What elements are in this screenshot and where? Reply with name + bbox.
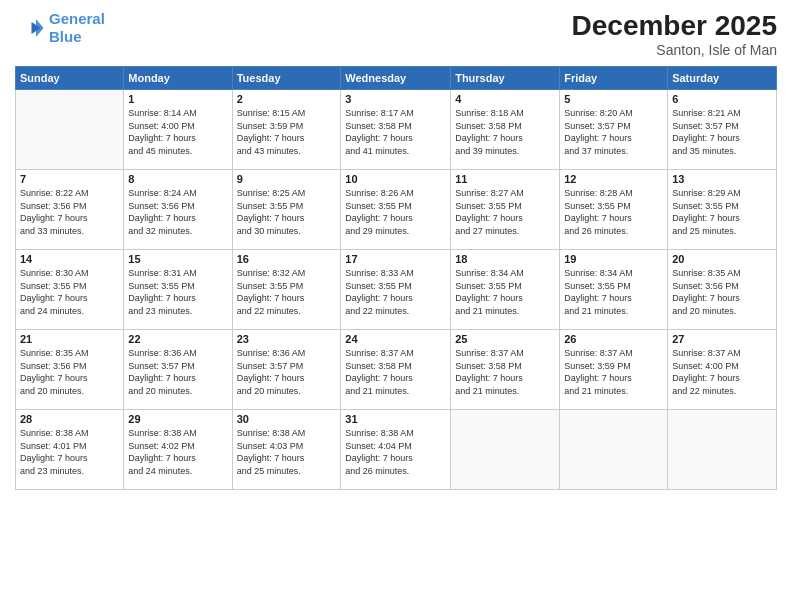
cell-info: Sunrise: 8:32 AM Sunset: 3:55 PM Dayligh… <box>237 267 337 317</box>
cell-info: Sunrise: 8:20 AM Sunset: 3:57 PM Dayligh… <box>564 107 663 157</box>
col-wednesday: Wednesday <box>341 67 451 90</box>
day-number: 28 <box>20 413 119 425</box>
cell-info: Sunrise: 8:38 AM Sunset: 4:03 PM Dayligh… <box>237 427 337 477</box>
day-number: 2 <box>237 93 337 105</box>
calendar-cell: 10Sunrise: 8:26 AM Sunset: 3:55 PM Dayli… <box>341 170 451 250</box>
cell-info: Sunrise: 8:38 AM Sunset: 4:01 PM Dayligh… <box>20 427 119 477</box>
col-thursday: Thursday <box>451 67 560 90</box>
calendar-cell: 11Sunrise: 8:27 AM Sunset: 3:55 PM Dayli… <box>451 170 560 250</box>
col-tuesday: Tuesday <box>232 67 341 90</box>
calendar-cell: 28Sunrise: 8:38 AM Sunset: 4:01 PM Dayli… <box>16 410 124 490</box>
cell-info: Sunrise: 8:37 AM Sunset: 3:59 PM Dayligh… <box>564 347 663 397</box>
cell-info: Sunrise: 8:27 AM Sunset: 3:55 PM Dayligh… <box>455 187 555 237</box>
week-row-3: 14Sunrise: 8:30 AM Sunset: 3:55 PM Dayli… <box>16 250 777 330</box>
calendar-cell: 25Sunrise: 8:37 AM Sunset: 3:58 PM Dayli… <box>451 330 560 410</box>
week-row-1: 1Sunrise: 8:14 AM Sunset: 4:00 PM Daylig… <box>16 90 777 170</box>
cell-info: Sunrise: 8:18 AM Sunset: 3:58 PM Dayligh… <box>455 107 555 157</box>
calendar-cell: 3Sunrise: 8:17 AM Sunset: 3:58 PM Daylig… <box>341 90 451 170</box>
day-number: 14 <box>20 253 119 265</box>
calendar-cell: 17Sunrise: 8:33 AM Sunset: 3:55 PM Dayli… <box>341 250 451 330</box>
day-number: 6 <box>672 93 772 105</box>
calendar-cell: 22Sunrise: 8:36 AM Sunset: 3:57 PM Dayli… <box>124 330 232 410</box>
day-number: 29 <box>128 413 227 425</box>
calendar-cell: 31Sunrise: 8:38 AM Sunset: 4:04 PM Dayli… <box>341 410 451 490</box>
calendar-cell: 6Sunrise: 8:21 AM Sunset: 3:57 PM Daylig… <box>668 90 777 170</box>
calendar-cell: 14Sunrise: 8:30 AM Sunset: 3:55 PM Dayli… <box>16 250 124 330</box>
week-row-5: 28Sunrise: 8:38 AM Sunset: 4:01 PM Dayli… <box>16 410 777 490</box>
title-section: December 2025 Santon, Isle of Man <box>572 10 777 58</box>
day-number: 20 <box>672 253 772 265</box>
calendar-cell: 12Sunrise: 8:28 AM Sunset: 3:55 PM Dayli… <box>560 170 668 250</box>
cell-info: Sunrise: 8:34 AM Sunset: 3:55 PM Dayligh… <box>564 267 663 317</box>
cell-info: Sunrise: 8:33 AM Sunset: 3:55 PM Dayligh… <box>345 267 446 317</box>
day-number: 21 <box>20 333 119 345</box>
header: General Blue December 2025 Santon, Isle … <box>15 10 777 58</box>
day-number: 24 <box>345 333 446 345</box>
cell-info: Sunrise: 8:17 AM Sunset: 3:58 PM Dayligh… <box>345 107 446 157</box>
calendar-cell: 21Sunrise: 8:35 AM Sunset: 3:56 PM Dayli… <box>16 330 124 410</box>
day-number: 8 <box>128 173 227 185</box>
calendar-cell: 13Sunrise: 8:29 AM Sunset: 3:55 PM Dayli… <box>668 170 777 250</box>
col-monday: Monday <box>124 67 232 90</box>
day-number: 19 <box>564 253 663 265</box>
day-number: 1 <box>128 93 227 105</box>
cell-info: Sunrise: 8:38 AM Sunset: 4:04 PM Dayligh… <box>345 427 446 477</box>
day-number: 16 <box>237 253 337 265</box>
calendar-cell <box>451 410 560 490</box>
cell-info: Sunrise: 8:24 AM Sunset: 3:56 PM Dayligh… <box>128 187 227 237</box>
day-number: 31 <box>345 413 446 425</box>
day-number: 7 <box>20 173 119 185</box>
day-number: 3 <box>345 93 446 105</box>
page: General Blue December 2025 Santon, Isle … <box>0 0 792 612</box>
calendar-cell: 18Sunrise: 8:34 AM Sunset: 3:55 PM Dayli… <box>451 250 560 330</box>
day-number: 27 <box>672 333 772 345</box>
cell-info: Sunrise: 8:35 AM Sunset: 3:56 PM Dayligh… <box>20 347 119 397</box>
calendar-cell: 5Sunrise: 8:20 AM Sunset: 3:57 PM Daylig… <box>560 90 668 170</box>
calendar-cell: 2Sunrise: 8:15 AM Sunset: 3:59 PM Daylig… <box>232 90 341 170</box>
cell-info: Sunrise: 8:26 AM Sunset: 3:55 PM Dayligh… <box>345 187 446 237</box>
cell-info: Sunrise: 8:37 AM Sunset: 3:58 PM Dayligh… <box>345 347 446 397</box>
day-number: 9 <box>237 173 337 185</box>
calendar-cell: 8Sunrise: 8:24 AM Sunset: 3:56 PM Daylig… <box>124 170 232 250</box>
calendar: Sunday Monday Tuesday Wednesday Thursday… <box>15 66 777 490</box>
col-sunday: Sunday <box>16 67 124 90</box>
month-title: December 2025 <box>572 10 777 42</box>
calendar-cell: 4Sunrise: 8:18 AM Sunset: 3:58 PM Daylig… <box>451 90 560 170</box>
day-number: 26 <box>564 333 663 345</box>
cell-info: Sunrise: 8:21 AM Sunset: 3:57 PM Dayligh… <box>672 107 772 157</box>
day-number: 11 <box>455 173 555 185</box>
day-number: 15 <box>128 253 227 265</box>
col-friday: Friday <box>560 67 668 90</box>
calendar-cell: 16Sunrise: 8:32 AM Sunset: 3:55 PM Dayli… <box>232 250 341 330</box>
day-number: 25 <box>455 333 555 345</box>
day-number: 18 <box>455 253 555 265</box>
subtitle: Santon, Isle of Man <box>572 42 777 58</box>
day-number: 5 <box>564 93 663 105</box>
day-number: 12 <box>564 173 663 185</box>
cell-info: Sunrise: 8:31 AM Sunset: 3:55 PM Dayligh… <box>128 267 227 317</box>
cell-info: Sunrise: 8:25 AM Sunset: 3:55 PM Dayligh… <box>237 187 337 237</box>
calendar-cell: 7Sunrise: 8:22 AM Sunset: 3:56 PM Daylig… <box>16 170 124 250</box>
cell-info: Sunrise: 8:37 AM Sunset: 3:58 PM Dayligh… <box>455 347 555 397</box>
calendar-cell <box>560 410 668 490</box>
week-row-4: 21Sunrise: 8:35 AM Sunset: 3:56 PM Dayli… <box>16 330 777 410</box>
calendar-cell: 29Sunrise: 8:38 AM Sunset: 4:02 PM Dayli… <box>124 410 232 490</box>
col-saturday: Saturday <box>668 67 777 90</box>
cell-info: Sunrise: 8:38 AM Sunset: 4:02 PM Dayligh… <box>128 427 227 477</box>
calendar-cell: 23Sunrise: 8:36 AM Sunset: 3:57 PM Dayli… <box>232 330 341 410</box>
logo-text: General Blue <box>49 10 105 46</box>
calendar-cell <box>668 410 777 490</box>
cell-info: Sunrise: 8:14 AM Sunset: 4:00 PM Dayligh… <box>128 107 227 157</box>
day-number: 13 <box>672 173 772 185</box>
cell-info: Sunrise: 8:34 AM Sunset: 3:55 PM Dayligh… <box>455 267 555 317</box>
calendar-cell: 9Sunrise: 8:25 AM Sunset: 3:55 PM Daylig… <box>232 170 341 250</box>
calendar-cell <box>16 90 124 170</box>
cell-info: Sunrise: 8:35 AM Sunset: 3:56 PM Dayligh… <box>672 267 772 317</box>
calendar-cell: 20Sunrise: 8:35 AM Sunset: 3:56 PM Dayli… <box>668 250 777 330</box>
cell-info: Sunrise: 8:22 AM Sunset: 3:56 PM Dayligh… <box>20 187 119 237</box>
calendar-cell: 15Sunrise: 8:31 AM Sunset: 3:55 PM Dayli… <box>124 250 232 330</box>
day-number: 23 <box>237 333 337 345</box>
calendar-cell: 1Sunrise: 8:14 AM Sunset: 4:00 PM Daylig… <box>124 90 232 170</box>
cell-info: Sunrise: 8:28 AM Sunset: 3:55 PM Dayligh… <box>564 187 663 237</box>
week-row-2: 7Sunrise: 8:22 AM Sunset: 3:56 PM Daylig… <box>16 170 777 250</box>
